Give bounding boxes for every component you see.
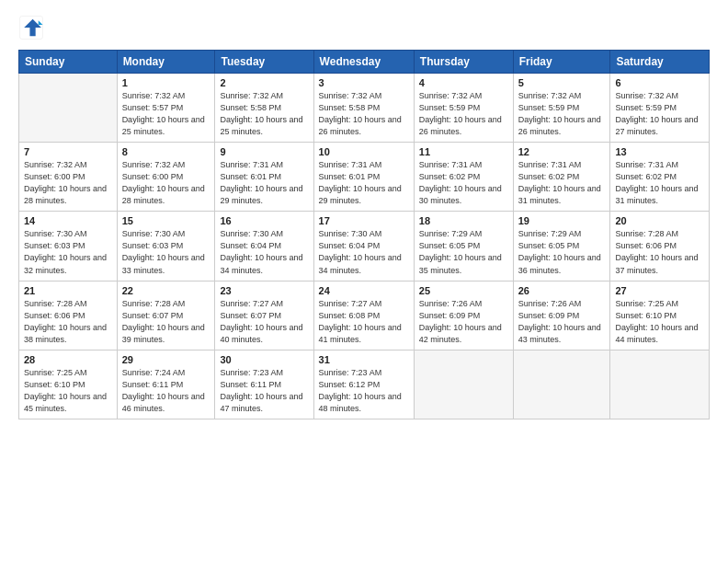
day-number: 4 (419, 77, 508, 88)
calendar-cell: 12Sunrise: 7:31 AMSunset: 6:02 PMDayligh… (513, 143, 610, 212)
day-number: 18 (419, 215, 508, 226)
day-number: 30 (220, 354, 308, 365)
day-number: 15 (122, 215, 210, 226)
day-info: Sunrise: 7:28 AMSunset: 6:07 PMDaylight:… (122, 298, 210, 346)
calendar-cell: 15Sunrise: 7:30 AMSunset: 6:03 PMDayligh… (117, 212, 215, 281)
calendar-cell: 9Sunrise: 7:31 AMSunset: 6:01 PMDaylight… (215, 143, 313, 212)
day-info: Sunrise: 7:32 AMSunset: 5:59 PMDaylight:… (518, 90, 606, 138)
day-info: Sunrise: 7:30 AMSunset: 6:03 PMDaylight:… (24, 228, 112, 276)
day-number: 25 (419, 285, 508, 296)
calendar-cell (610, 350, 710, 419)
calendar-cell: 19Sunrise: 7:29 AMSunset: 6:05 PMDayligh… (513, 212, 610, 281)
day-number: 16 (220, 215, 308, 226)
day-info: Sunrise: 7:32 AMSunset: 6:00 PMDaylight:… (122, 159, 210, 207)
header (18, 15, 710, 40)
week-row-5: 28Sunrise: 7:25 AMSunset: 6:10 PMDayligh… (19, 350, 710, 419)
page: SundayMondayTuesdayWednesdayThursdayFrid… (0, 0, 728, 563)
calendar-cell: 13Sunrise: 7:31 AMSunset: 6:02 PMDayligh… (610, 143, 710, 212)
calendar-cell: 5Sunrise: 7:32 AMSunset: 5:59 PMDaylight… (513, 74, 610, 143)
day-number: 14 (24, 215, 112, 226)
week-row-4: 21Sunrise: 7:28 AMSunset: 6:06 PMDayligh… (19, 281, 710, 350)
col-header-tuesday: Tuesday (215, 51, 313, 74)
calendar-cell: 24Sunrise: 7:27 AMSunset: 6:08 PMDayligh… (313, 281, 414, 350)
day-info: Sunrise: 7:32 AMSunset: 5:58 PMDaylight:… (319, 90, 409, 138)
col-header-saturday: Saturday (610, 51, 710, 74)
day-info: Sunrise: 7:32 AMSunset: 5:59 PMDaylight:… (615, 90, 704, 138)
calendar-cell: 18Sunrise: 7:29 AMSunset: 6:05 PMDayligh… (414, 212, 513, 281)
calendar-cell (414, 350, 513, 419)
calendar-cell: 7Sunrise: 7:32 AMSunset: 6:00 PMDaylight… (19, 143, 118, 212)
day-number: 9 (220, 146, 308, 157)
col-header-sunday: Sunday (19, 51, 118, 74)
day-info: Sunrise: 7:32 AMSunset: 5:59 PMDaylight:… (419, 90, 508, 138)
calendar-cell: 2Sunrise: 7:32 AMSunset: 5:58 PMDaylight… (215, 74, 313, 143)
day-number: 6 (615, 77, 704, 88)
day-info: Sunrise: 7:31 AMSunset: 6:02 PMDaylight:… (419, 159, 508, 207)
day-number: 17 (319, 215, 409, 226)
day-info: Sunrise: 7:23 AMSunset: 6:11 PMDaylight:… (220, 367, 308, 415)
calendar-cell: 8Sunrise: 7:32 AMSunset: 6:00 PMDaylight… (117, 143, 215, 212)
col-header-monday: Monday (117, 51, 215, 74)
calendar-cell: 17Sunrise: 7:30 AMSunset: 6:04 PMDayligh… (313, 212, 414, 281)
day-info: Sunrise: 7:31 AMSunset: 6:01 PMDaylight:… (220, 159, 308, 207)
col-header-wednesday: Wednesday (313, 51, 414, 74)
calendar-cell (513, 350, 610, 419)
week-row-1: 1Sunrise: 7:32 AMSunset: 5:57 PMDaylight… (19, 74, 710, 143)
day-number: 20 (615, 215, 704, 226)
calendar-cell: 10Sunrise: 7:31 AMSunset: 6:01 PMDayligh… (313, 143, 414, 212)
day-info: Sunrise: 7:32 AMSunset: 5:58 PMDaylight:… (220, 90, 308, 138)
calendar-cell: 26Sunrise: 7:26 AMSunset: 6:09 PMDayligh… (513, 281, 610, 350)
calendar-cell: 3Sunrise: 7:32 AMSunset: 5:58 PMDaylight… (313, 74, 414, 143)
calendar-cell: 27Sunrise: 7:25 AMSunset: 6:10 PMDayligh… (610, 281, 710, 350)
day-info: Sunrise: 7:24 AMSunset: 6:11 PMDaylight:… (122, 367, 210, 415)
day-info: Sunrise: 7:26 AMSunset: 6:09 PMDaylight:… (419, 298, 508, 346)
calendar-header-row: SundayMondayTuesdayWednesdayThursdayFrid… (19, 51, 710, 74)
day-number: 8 (122, 146, 210, 157)
day-number: 11 (419, 146, 508, 157)
calendar-cell: 22Sunrise: 7:28 AMSunset: 6:07 PMDayligh… (117, 281, 215, 350)
generalblue-logo-icon (18, 15, 44, 40)
day-number: 2 (220, 77, 308, 88)
day-info: Sunrise: 7:29 AMSunset: 6:05 PMDaylight:… (419, 228, 508, 276)
week-row-3: 14Sunrise: 7:30 AMSunset: 6:03 PMDayligh… (19, 212, 710, 281)
day-info: Sunrise: 7:31 AMSunset: 6:01 PMDaylight:… (319, 159, 409, 207)
day-number: 26 (518, 285, 606, 296)
calendar-cell: 29Sunrise: 7:24 AMSunset: 6:11 PMDayligh… (117, 350, 215, 419)
calendar-cell: 16Sunrise: 7:30 AMSunset: 6:04 PMDayligh… (215, 212, 313, 281)
calendar-cell: 23Sunrise: 7:27 AMSunset: 6:07 PMDayligh… (215, 281, 313, 350)
day-number: 31 (319, 354, 409, 365)
day-info: Sunrise: 7:30 AMSunset: 6:04 PMDaylight:… (319, 228, 409, 276)
day-info: Sunrise: 7:26 AMSunset: 6:09 PMDaylight:… (518, 298, 606, 346)
day-number: 7 (24, 146, 112, 157)
day-number: 23 (220, 285, 308, 296)
day-number: 27 (615, 285, 704, 296)
day-number: 3 (319, 77, 409, 88)
day-number: 24 (319, 285, 409, 296)
calendar-cell: 6Sunrise: 7:32 AMSunset: 5:59 PMDaylight… (610, 74, 710, 143)
week-row-2: 7Sunrise: 7:32 AMSunset: 6:00 PMDaylight… (19, 143, 710, 212)
calendar-cell: 11Sunrise: 7:31 AMSunset: 6:02 PMDayligh… (414, 143, 513, 212)
day-number: 29 (122, 354, 210, 365)
day-info: Sunrise: 7:28 AMSunset: 6:06 PMDaylight:… (24, 298, 112, 346)
day-info: Sunrise: 7:30 AMSunset: 6:04 PMDaylight:… (220, 228, 308, 276)
day-info: Sunrise: 7:27 AMSunset: 6:07 PMDaylight:… (220, 298, 308, 346)
day-number: 12 (518, 146, 606, 157)
day-info: Sunrise: 7:30 AMSunset: 6:03 PMDaylight:… (122, 228, 210, 276)
day-number: 28 (24, 354, 112, 365)
day-info: Sunrise: 7:31 AMSunset: 6:02 PMDaylight:… (518, 159, 606, 207)
day-info: Sunrise: 7:31 AMSunset: 6:02 PMDaylight:… (615, 159, 704, 207)
day-info: Sunrise: 7:28 AMSunset: 6:06 PMDaylight:… (615, 228, 704, 276)
calendar-cell: 28Sunrise: 7:25 AMSunset: 6:10 PMDayligh… (19, 350, 118, 419)
calendar-cell: 4Sunrise: 7:32 AMSunset: 5:59 PMDaylight… (414, 74, 513, 143)
day-info: Sunrise: 7:25 AMSunset: 6:10 PMDaylight:… (615, 298, 704, 346)
col-header-thursday: Thursday (414, 51, 513, 74)
day-info: Sunrise: 7:32 AMSunset: 5:57 PMDaylight:… (122, 90, 210, 138)
day-info: Sunrise: 7:23 AMSunset: 6:12 PMDaylight:… (319, 367, 409, 415)
day-number: 5 (518, 77, 606, 88)
calendar-cell (19, 74, 118, 143)
day-info: Sunrise: 7:25 AMSunset: 6:10 PMDaylight:… (24, 367, 112, 415)
day-number: 21 (24, 285, 112, 296)
day-number: 13 (615, 146, 704, 157)
calendar-cell: 30Sunrise: 7:23 AMSunset: 6:11 PMDayligh… (215, 350, 313, 419)
day-number: 19 (518, 215, 606, 226)
